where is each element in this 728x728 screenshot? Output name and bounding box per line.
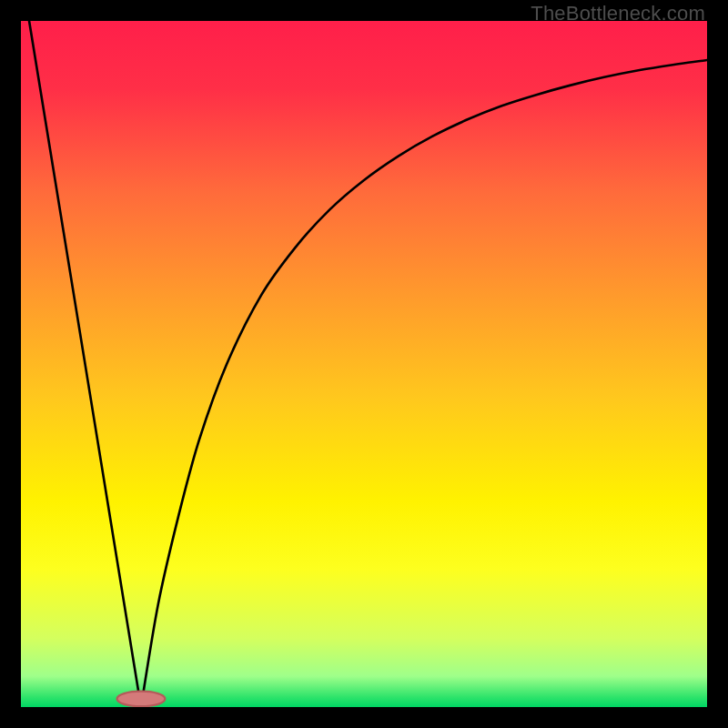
chart-frame: TheBottleneck.com (0, 0, 728, 728)
watermark-text: TheBottleneck.com (531, 2, 705, 25)
chart-curves (21, 21, 707, 707)
optimal-marker (117, 692, 166, 707)
plot-area (21, 21, 707, 707)
right-curve-series (141, 60, 707, 707)
left-line-series (29, 21, 141, 707)
